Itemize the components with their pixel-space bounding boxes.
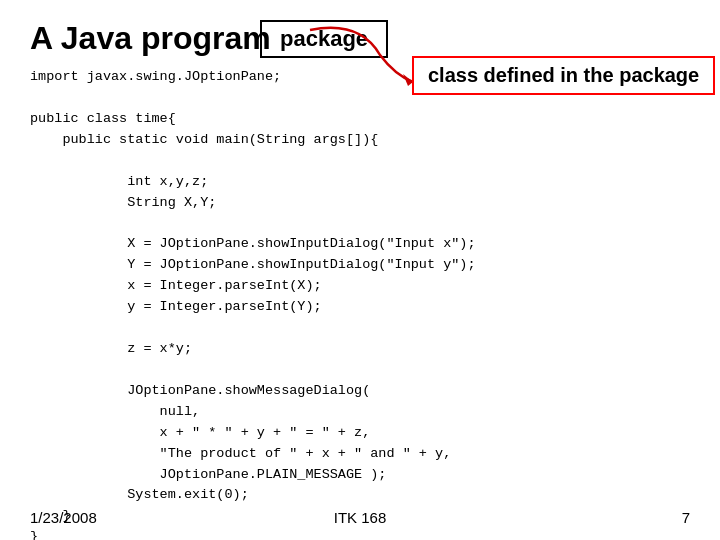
title-area: A Java program package [30,20,690,57]
package-box: package [260,20,388,58]
footer-right: 7 [682,509,690,526]
slide-title: A Java program [30,20,271,57]
footer-center: ITK 168 [334,509,387,526]
code-area: import javax.swing.JOptionPane; public c… [30,67,690,540]
footer-left: 1/23/2008 [30,509,97,526]
slide-container: A Java program package class defined in … [0,0,720,540]
annotation-label: class defined in the package [412,56,715,95]
